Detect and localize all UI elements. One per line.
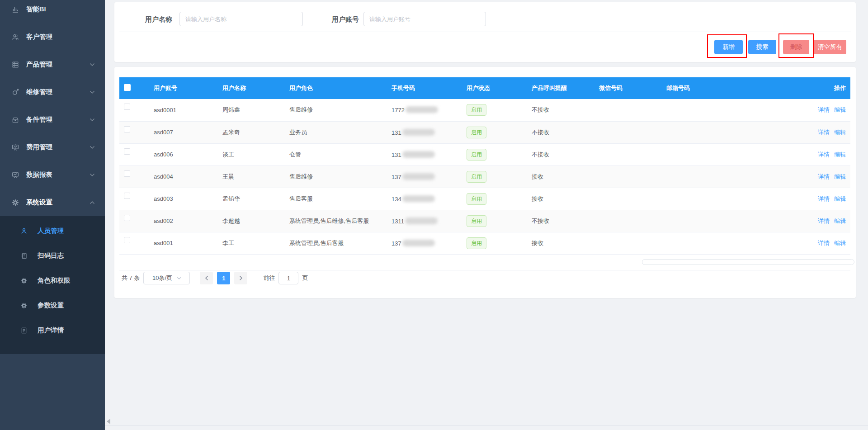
sidebar-item-data-reports[interactable]: 数据报表	[0, 161, 105, 189]
row-checkbox[interactable]	[124, 215, 130, 221]
horizontal-scrollbar[interactable]	[642, 259, 854, 265]
edit-link[interactable]: 编辑	[834, 173, 846, 180]
search-button[interactable]: 搜索	[748, 40, 776, 54]
page-size-select[interactable]: 10条/页	[143, 272, 190, 284]
phone-redaction-blur	[405, 217, 438, 224]
column-header: 用户角色	[285, 77, 387, 99]
edit-link[interactable]: 编辑	[834, 106, 846, 113]
edit-link[interactable]: 编辑	[834, 129, 846, 136]
phone-prefix: 137	[392, 174, 401, 180]
sidebar-item-expense-mgmt[interactable]: 费用管理	[0, 133, 105, 161]
cell-email	[662, 143, 734, 165]
username-label: 用户名称	[145, 15, 172, 24]
cell-checkbox	[119, 143, 149, 165]
detail-link[interactable]: 详情	[818, 195, 830, 202]
sidebar-subitem-scan-log[interactable]: 扫码日志	[0, 243, 105, 268]
column-header: 产品呼叫提醒	[527, 77, 594, 99]
row-checkbox[interactable]	[124, 104, 130, 110]
prev-page-button[interactable]	[200, 272, 213, 284]
phone-prefix: 131	[392, 151, 401, 158]
cell-email	[662, 121, 734, 143]
page-size-value: 10条/页	[152, 274, 172, 282]
table-row: asd0001周炜鑫售后维修1772启用不接收详情编辑	[119, 99, 850, 121]
table-row: asd002李超越系统管理员,售后维修,售后客服1311启用不接收详情编辑	[119, 210, 850, 232]
page-suffix-label: 页	[302, 274, 308, 282]
row-checkbox[interactable]	[124, 126, 130, 132]
select-all-checkbox[interactable]	[124, 84, 131, 91]
edit-link[interactable]: 编辑	[834, 240, 846, 246]
table-card: 用户账号用户名称用户角色手机号码用户状态产品呼叫提醒微信号码邮箱号码操作 asd…	[114, 67, 856, 298]
detail-link[interactable]: 详情	[818, 240, 830, 246]
page-number-button[interactable]: 1	[217, 272, 230, 284]
customers-icon	[11, 33, 19, 41]
phone-redaction-blur	[402, 195, 435, 202]
sidebar-item-repair-mgmt[interactable]: 维修管理	[0, 78, 105, 106]
document-icon	[20, 327, 28, 334]
chevron-down-icon	[90, 173, 95, 177]
phone-redaction-blur	[402, 151, 435, 158]
sidebar-subitem-roles-permissions[interactable]: 角色和权限	[0, 268, 105, 293]
cell-actions: 详情编辑	[734, 99, 850, 121]
phone-redaction-blur	[406, 106, 438, 113]
row-checkbox[interactable]	[124, 193, 130, 199]
sidebar-item-product-mgmt[interactable]: 产品管理	[0, 51, 105, 78]
cell-actions: 详情编辑	[734, 232, 850, 254]
table-row: asd001李工系统管理员,售后客服137启用接收详情编辑	[119, 232, 850, 254]
row-checkbox[interactable]	[124, 170, 130, 177]
sidebar-item-customer-mgmt[interactable]: 客户管理	[0, 23, 105, 51]
sidebar-subitem-user-detail[interactable]: 用户详情	[0, 318, 105, 343]
sidebar-item-spare-parts-mgmt[interactable]: 备件管理	[0, 106, 105, 133]
cell-role: 系统管理员,售后客服	[285, 232, 387, 254]
detail-link[interactable]: 详情	[818, 173, 830, 180]
cell-checkbox	[119, 99, 149, 121]
edit-link[interactable]: 编辑	[834, 217, 846, 224]
cell-phone: 1311	[387, 210, 462, 232]
cell-wechat	[594, 165, 662, 188]
edit-link[interactable]: 编辑	[834, 151, 846, 158]
goto-page-input[interactable]	[278, 272, 298, 284]
account-input[interactable]	[363, 12, 486, 26]
detail-link[interactable]: 详情	[818, 106, 830, 113]
status-badge: 启用	[467, 237, 486, 249]
clear-all-button[interactable]: 清空所有	[814, 40, 846, 54]
divider	[119, 32, 851, 32]
column-header: 用户名称	[218, 77, 285, 99]
cell-status: 启用	[462, 121, 527, 143]
sidebar-subitem-parameter-settings[interactable]: 参数设置	[0, 293, 105, 318]
sidebar-item-smart-bi[interactable]: 智能BI	[0, 0, 105, 23]
next-page-button[interactable]	[234, 272, 247, 284]
cell-status: 启用	[462, 99, 527, 121]
status-badge: 启用	[467, 127, 486, 138]
bar-chart-icon	[11, 5, 19, 14]
detail-link[interactable]: 详情	[818, 151, 830, 158]
pagination: 共 7 条 10条/页 1 前往 页	[119, 272, 308, 284]
chevron-down-icon	[177, 277, 181, 280]
cell-account: asd004	[149, 165, 218, 188]
phone-prefix: 1311	[392, 218, 404, 225]
sidebar-subitem-personnel-mgmt[interactable]: 人员管理	[0, 218, 105, 243]
repair-icon	[11, 88, 19, 96]
status-badge: 启用	[467, 171, 486, 183]
chevron-down-icon	[90, 90, 95, 94]
edit-link[interactable]: 编辑	[834, 195, 846, 202]
cell-phone: 137	[387, 165, 462, 188]
user-table: 用户账号用户名称用户角色手机号码用户状态产品呼叫提醒微信号码邮箱号码操作 asd…	[119, 77, 850, 255]
detail-link[interactable]: 详情	[818, 217, 830, 224]
cell-checkbox	[119, 188, 149, 210]
sidebar-item-system-settings[interactable]: 系统设置	[0, 189, 105, 216]
delete-button[interactable]: 删除	[783, 40, 809, 54]
add-button[interactable]: 新增	[714, 40, 743, 54]
cell-phone: 134	[387, 188, 462, 210]
chevron-down-icon	[90, 118, 95, 122]
collapse-left-arrow-icon[interactable]	[107, 419, 110, 424]
cell-status: 启用	[462, 188, 527, 210]
cell-status: 启用	[462, 165, 527, 188]
board-icon	[11, 143, 19, 151]
row-checkbox[interactable]	[124, 148, 130, 155]
username-input[interactable]	[179, 12, 303, 26]
row-checkbox[interactable]	[124, 237, 130, 243]
detail-link[interactable]: 详情	[818, 129, 830, 136]
phone-redaction-blur	[402, 129, 435, 136]
cell-account: asd002	[149, 210, 218, 232]
column-header: 邮箱号码	[662, 77, 734, 99]
